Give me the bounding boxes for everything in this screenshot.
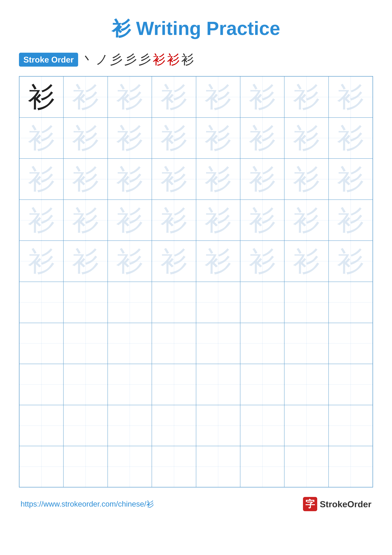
grid-cell[interactable]: 衫 <box>108 117 152 159</box>
grid-cell[interactable]: 衫 <box>284 117 328 159</box>
grid-cell[interactable]: 衫 <box>108 159 152 200</box>
grid-cell[interactable]: 衫 <box>152 241 196 282</box>
grid-cell[interactable]: 衫 <box>64 200 107 241</box>
grid-cell[interactable] <box>328 405 373 446</box>
practice-char: 衫 <box>249 124 276 151</box>
grid-cell[interactable] <box>64 282 107 323</box>
grid-cell[interactable] <box>108 405 152 446</box>
grid-cell[interactable] <box>19 446 64 487</box>
grid-cell[interactable]: 衫 <box>64 117 107 159</box>
stroke-8: 衫 <box>181 51 194 68</box>
grid-cell[interactable]: 衫 <box>19 76 64 117</box>
grid-cell[interactable] <box>64 446 107 487</box>
grid-cell[interactable]: 衫 <box>19 241 64 282</box>
practice-char: 衫 <box>161 248 187 275</box>
grid-cell[interactable] <box>240 446 284 487</box>
footer-logo: 字 StrokeOrder <box>303 497 371 511</box>
grid-cell[interactable]: 衫 <box>19 200 64 241</box>
grid-cell[interactable] <box>64 323 107 364</box>
grid-cell[interactable]: 衫 <box>328 117 373 159</box>
grid-cell[interactable]: 衫 <box>240 241 284 282</box>
grid-cell[interactable]: 衫 <box>240 159 284 200</box>
grid-cell[interactable] <box>64 405 107 446</box>
practice-char: 衫 <box>337 166 364 193</box>
grid-cell[interactable] <box>328 282 373 323</box>
practice-char: 衫 <box>249 248 276 275</box>
practice-char: 衫 <box>205 166 231 193</box>
grid-cell[interactable] <box>152 446 196 487</box>
practice-char: 衫 <box>337 84 364 110</box>
grid-cell[interactable]: 衫 <box>196 117 240 159</box>
grid-cell[interactable]: 衫 <box>64 241 107 282</box>
grid-cell[interactable] <box>196 364 240 405</box>
grid-cell[interactable] <box>284 364 328 405</box>
grid-cell[interactable]: 衫 <box>284 200 328 241</box>
grid-cell[interactable]: 衫 <box>196 200 240 241</box>
grid-cell[interactable] <box>196 282 240 323</box>
grid-cell[interactable]: 衫 <box>108 76 152 117</box>
grid-cell[interactable]: 衫 <box>64 76 107 117</box>
practice-char: 衫 <box>249 207 276 234</box>
grid-cell[interactable]: 衫 <box>328 200 373 241</box>
grid-cell[interactable]: 衫 <box>328 76 373 117</box>
grid-cell[interactable] <box>108 446 152 487</box>
grid-cell[interactable]: 衫 <box>152 159 196 200</box>
grid-cell[interactable] <box>284 323 328 364</box>
grid-cell[interactable] <box>284 446 328 487</box>
grid-cell[interactable] <box>240 405 284 446</box>
grid-cell[interactable]: 衫 <box>152 117 196 159</box>
grid-cell[interactable]: 衫 <box>284 76 328 117</box>
grid-cell[interactable] <box>196 446 240 487</box>
grid-cell[interactable]: 衫 <box>19 159 64 200</box>
grid-cell[interactable] <box>152 364 196 405</box>
grid-cell[interactable] <box>64 364 107 405</box>
practice-char: 衫 <box>293 124 320 151</box>
grid-cell[interactable] <box>19 323 64 364</box>
grid-cell[interactable] <box>19 282 64 323</box>
grid-cell[interactable] <box>240 364 284 405</box>
grid-cell[interactable] <box>152 323 196 364</box>
practice-char: 衫 <box>161 84 187 110</box>
grid-cell[interactable] <box>152 405 196 446</box>
stroke-4: 彡 <box>124 51 137 68</box>
grid-cell[interactable] <box>196 323 240 364</box>
grid-cell[interactable]: 衫 <box>196 241 240 282</box>
grid-cell[interactable]: 衫 <box>196 159 240 200</box>
grid-cell[interactable] <box>152 282 196 323</box>
grid-cell[interactable]: 衫 <box>328 159 373 200</box>
practice-char: 衫 <box>72 166 99 193</box>
grid-cell[interactable]: 衫 <box>284 241 328 282</box>
practice-char: 衫 <box>116 248 143 275</box>
grid-cell[interactable]: 衫 <box>240 76 284 117</box>
grid-cell[interactable]: 衫 <box>196 76 240 117</box>
grid-cell[interactable] <box>328 446 373 487</box>
grid-cell[interactable]: 衫 <box>64 159 107 200</box>
grid-cell[interactable] <box>108 282 152 323</box>
grid-cell[interactable] <box>19 405 64 446</box>
grid-cell[interactable]: 衫 <box>152 76 196 117</box>
grid-cell[interactable] <box>240 323 284 364</box>
practice-char: 衫 <box>205 248 231 275</box>
grid-cell[interactable] <box>240 282 284 323</box>
practice-char: 衫 <box>205 84 231 110</box>
grid-cell[interactable]: 衫 <box>19 117 64 159</box>
grid-cell[interactable] <box>108 323 152 364</box>
grid-cell[interactable] <box>108 364 152 405</box>
grid-cell[interactable]: 衫 <box>328 241 373 282</box>
grid-cell[interactable] <box>328 364 373 405</box>
grid-cell[interactable] <box>284 282 328 323</box>
grid-cell[interactable] <box>196 405 240 446</box>
grid-cell[interactable]: 衫 <box>240 117 284 159</box>
grid-cell[interactable] <box>328 323 373 364</box>
grid-cell[interactable] <box>284 405 328 446</box>
practice-char: 衫 <box>205 124 231 151</box>
grid-cell[interactable]: 衫 <box>240 200 284 241</box>
practice-char: 衫 <box>28 166 55 193</box>
practice-grid: 衫衫衫衫衫衫衫衫衫衫衫衫衫衫衫衫衫衫衫衫衫衫衫衫衫衫衫衫衫衫衫衫衫衫衫衫衫衫衫衫 <box>19 76 373 488</box>
grid-cell[interactable]: 衫 <box>108 200 152 241</box>
grid-cell[interactable]: 衫 <box>152 200 196 241</box>
practice-char: 衫 <box>28 84 55 110</box>
grid-cell[interactable]: 衫 <box>284 159 328 200</box>
grid-cell[interactable] <box>19 364 64 405</box>
grid-cell[interactable]: 衫 <box>108 241 152 282</box>
